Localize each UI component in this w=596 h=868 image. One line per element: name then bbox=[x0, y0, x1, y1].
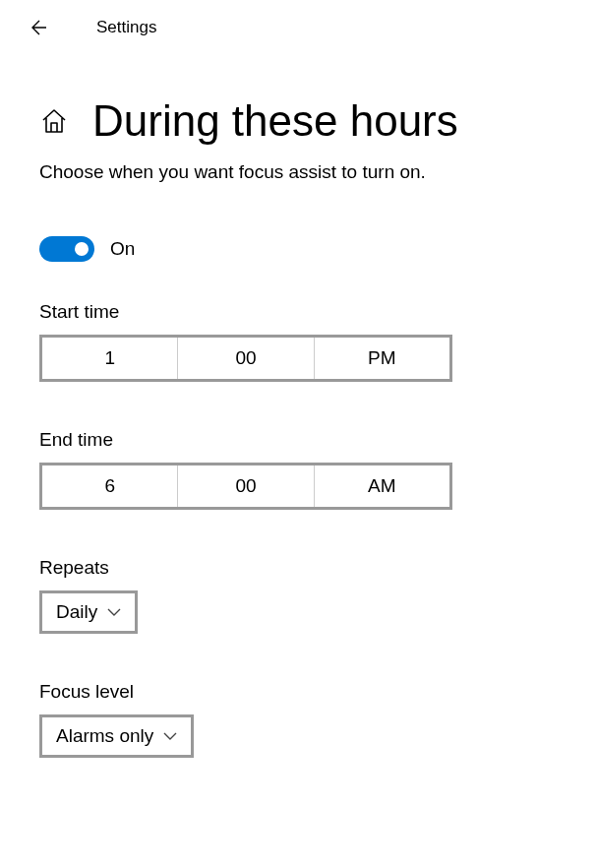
repeats-value: Daily bbox=[56, 601, 97, 623]
toggle-label: On bbox=[110, 238, 135, 260]
start-time-label: Start time bbox=[39, 301, 557, 323]
end-hour-cell[interactable]: 6 bbox=[42, 465, 178, 507]
focus-assist-toggle[interactable] bbox=[39, 236, 94, 262]
page-subtitle: Choose when you want focus assist to tur… bbox=[39, 161, 557, 183]
repeats-select[interactable]: Daily bbox=[39, 590, 138, 634]
focus-level-label: Focus level bbox=[39, 681, 557, 703]
end-time-label: End time bbox=[39, 429, 557, 451]
end-period-cell[interactable]: AM bbox=[315, 465, 449, 507]
start-hour-cell[interactable]: 1 bbox=[42, 338, 178, 379]
home-icon[interactable] bbox=[39, 106, 69, 136]
back-icon[interactable] bbox=[28, 18, 47, 37]
start-period-cell[interactable]: PM bbox=[315, 338, 449, 379]
page-title: During these hours bbox=[92, 96, 458, 146]
repeats-label: Repeats bbox=[39, 557, 557, 579]
focus-level-select[interactable]: Alarms only bbox=[39, 714, 194, 758]
header-title: Settings bbox=[96, 18, 156, 37]
chevron-down-icon bbox=[163, 731, 177, 741]
chevron-down-icon bbox=[107, 607, 121, 617]
start-time-picker: 1 00 PM bbox=[39, 335, 452, 382]
start-minute-cell[interactable]: 00 bbox=[178, 338, 314, 379]
end-time-picker: 6 00 AM bbox=[39, 463, 452, 510]
focus-level-value: Alarms only bbox=[56, 725, 153, 747]
end-minute-cell[interactable]: 00 bbox=[178, 465, 314, 507]
